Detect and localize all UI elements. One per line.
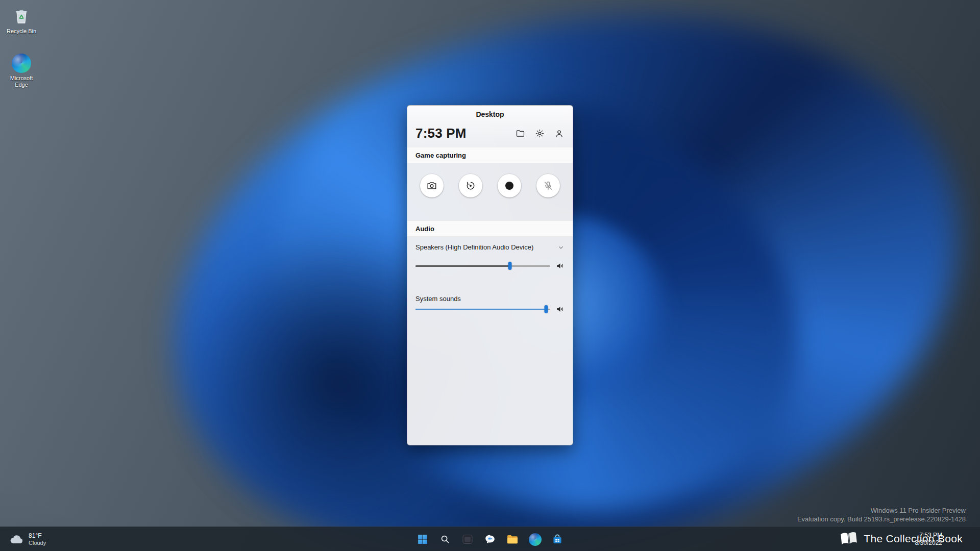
eval-line1: Windows 11 Pro Insider Preview (797, 506, 966, 515)
slider-thumb[interactable] (545, 305, 548, 313)
desktop-icon-microsoft-edge[interactable]: Microsoft Edge (3, 53, 40, 88)
device-volume-slider[interactable] (415, 262, 550, 270)
start-icon (416, 533, 429, 545)
speaker-icon (555, 305, 565, 314)
system-mute-button[interactable] (555, 305, 565, 314)
mic-muted-icon (543, 180, 554, 191)
desktop-icon-label: Microsoft Edge (3, 75, 40, 88)
edge-button[interactable] (525, 529, 545, 549)
audio-device-select[interactable]: Speakers (High Definition Audio Device) (407, 243, 573, 251)
slider-fill (415, 265, 510, 267)
desktop-icon-label: Recycle Bin (3, 28, 40, 35)
cloud-icon (9, 534, 24, 545)
audio-device-name: Speakers (High Definition Audio Device) (415, 243, 533, 251)
brand-watermark: The Collection Book (839, 530, 963, 547)
user-icon (554, 129, 564, 138)
taskbar-center-icons (412, 529, 568, 549)
gear-icon (535, 129, 545, 138)
record-last-30s-button[interactable] (459, 174, 482, 197)
store-button[interactable] (547, 529, 568, 549)
speaker-icon (555, 261, 565, 270)
eval-line2: Evaluation copy. Build 25193.rs_prerelea… (797, 515, 966, 523)
take-screenshot-button[interactable] (420, 174, 444, 197)
weather-temp: 81°F (29, 532, 46, 539)
open-book-icon (838, 529, 860, 548)
desktop: Recycle Bin Microsoft Edge Desktop 7:53 … (0, 0, 980, 551)
windows-eval-watermark: Windows 11 Pro Insider Preview Evaluatio… (797, 506, 966, 523)
edge-icon (3, 53, 40, 73)
audio-header: Audio (407, 220, 573, 237)
start-recording-button[interactable] (498, 174, 521, 197)
recycle-bin-icon (3, 6, 40, 27)
chat-icon (484, 533, 496, 545)
weather-condition: Cloudy (29, 539, 46, 546)
game-bar-header: Desktop 7:53 PM (407, 106, 573, 147)
file-explorer-button[interactable] (502, 529, 523, 549)
audio-section: Speakers (High Definition Audio Device) (407, 243, 573, 314)
game-bar-panel: Desktop 7:53 PM (407, 105, 573, 445)
file-explorer-icon (506, 533, 519, 546)
brand-text: The Collection Book (864, 533, 963, 545)
search-button[interactable] (435, 529, 455, 549)
task-view-button[interactable] (457, 529, 478, 549)
chat-button[interactable] (480, 529, 500, 549)
edge-icon (529, 533, 542, 546)
game-capturing-header: Game capturing (407, 147, 573, 163)
slider-thumb[interactable] (508, 262, 511, 270)
weather-widget[interactable]: 81°F Cloudy (5, 527, 50, 551)
camera-icon (426, 180, 437, 191)
device-mute-button[interactable] (555, 261, 565, 270)
user-account-button[interactable] (551, 126, 567, 141)
open-captures-folder-button[interactable] (512, 126, 528, 141)
capture-buttons-row (407, 174, 573, 197)
desktop-icon-recycle-bin[interactable]: Recycle Bin (3, 6, 40, 35)
game-bar-clock: 7:53 PM (415, 126, 467, 141)
task-view-icon (461, 533, 474, 545)
slider-fill (415, 309, 546, 310)
folder-icon (516, 129, 525, 138)
taskbar: 81°F Cloudy (0, 527, 980, 551)
search-icon (439, 534, 451, 545)
store-icon (551, 533, 564, 545)
record-last-icon (465, 180, 476, 191)
start-button[interactable] (412, 529, 433, 549)
capture-settings-button[interactable] (532, 126, 547, 141)
record-icon (505, 182, 513, 190)
mic-toggle-button[interactable] (536, 174, 560, 197)
game-bar-title: Desktop (407, 106, 573, 119)
chevron-down-icon (557, 244, 565, 251)
system-sounds-label: System sounds (407, 295, 573, 303)
system-volume-slider[interactable] (415, 305, 550, 313)
